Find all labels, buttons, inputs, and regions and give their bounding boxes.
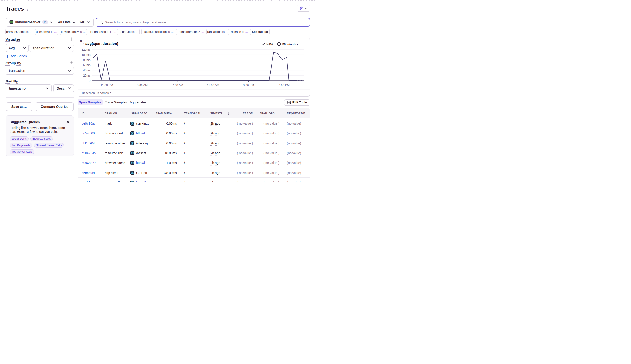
svg-text:11:00 PM: 11:00 PM	[101, 83, 113, 86]
svg-text:80ms: 80ms	[83, 58, 91, 62]
svg-text:20ms: 20ms	[83, 74, 91, 77]
svg-text:100ms: 100ms	[82, 53, 91, 56]
svg-text:120ms: 120ms	[82, 48, 91, 51]
svg-text:60ms: 60ms	[83, 63, 91, 67]
svg-text:7:00 PM: 7:00 PM	[278, 83, 289, 86]
svg-text:Based on 9k samples: Based on 9k samples	[82, 91, 111, 95]
svg-text:3:00 PM: 3:00 PM	[243, 83, 254, 86]
svg-text:11:00 AM: 11:00 AM	[207, 83, 219, 86]
svg-text:40ms: 40ms	[83, 68, 91, 72]
svg-text:3:00 AM: 3:00 AM	[137, 83, 148, 86]
svg-text:0: 0	[89, 79, 91, 82]
svg-text:7:00 AM: 7:00 AM	[172, 83, 183, 86]
